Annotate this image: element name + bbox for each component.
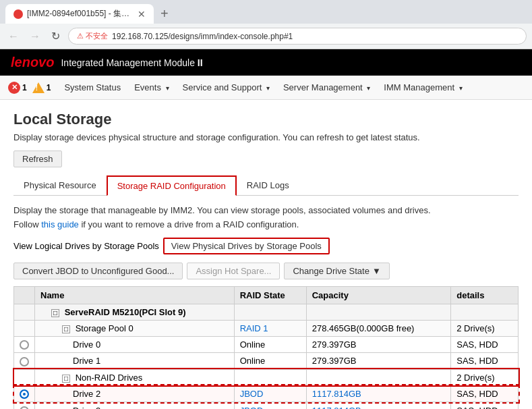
radio-cell[interactable]: [14, 402, 35, 409]
view-toggle: View Logical Drives by Storage Pools Vie…: [13, 238, 519, 254]
tab-bar-storage: Physical Resource Storage RAID Configura…: [13, 175, 519, 196]
page-title: Local Storage: [13, 111, 519, 128]
drive0-radio[interactable]: [20, 340, 29, 350]
controller-name: ServeRAID M5210(PCI Slot 9): [65, 307, 186, 317]
info-box: Display the storage that manageable by I…: [13, 204, 519, 232]
drive3-capacity: 1117.814GB: [306, 402, 451, 409]
drive0-details: SAS, HDD: [451, 336, 519, 353]
col-raid-state: RAID State: [234, 286, 306, 304]
nonraid-name: Non-RAID Drives: [76, 373, 143, 383]
expand-controller-icon[interactable]: □: [51, 309, 59, 317]
tab-storage-raid[interactable]: Storage RAID Configuration: [107, 175, 237, 196]
imm-title: Integrated Management Module II: [61, 57, 202, 68]
table-row: □ Storage Pool 0 RAID 1 278.465GB(0.000G…: [14, 320, 519, 336]
nav-menu: System Status Events ▾ Service and Suppo…: [56, 78, 470, 97]
radio-cell: [14, 320, 35, 336]
url-text: 192.168.70.125/designs/imm/index-console…: [112, 32, 293, 41]
controller-capacity: [306, 304, 451, 320]
drive3-radio[interactable]: [20, 406, 29, 409]
table-header-row: Name RAID State Capacity details: [14, 286, 519, 304]
drive2-radio[interactable]: [20, 389, 29, 399]
tab-physical-resource[interactable]: Physical Resource: [13, 175, 107, 196]
new-tab-button[interactable]: +: [156, 5, 173, 23]
col-details: details: [451, 286, 519, 304]
address-input[interactable]: ⚠ 不安全 192.168.70.125/designs/imm/index-c…: [68, 28, 527, 45]
nav-events[interactable]: Events ▾: [134, 78, 169, 97]
alert-bar: ✕ 1 1 System Status Events ▾ Service and…: [0, 76, 532, 100]
drive3-raid-state: JBOD: [234, 402, 306, 409]
back-button[interactable]: ←: [5, 29, 22, 44]
forward-button[interactable]: →: [27, 29, 43, 44]
radio-cell[interactable]: [14, 336, 35, 353]
radio-cell: [14, 304, 35, 320]
pool-name-cell: □ Storage Pool 0: [35, 320, 235, 336]
change-drive-state-label: Change Drive State: [293, 266, 369, 276]
table-row[interactable]: Drive 0 Online 279.397GB SAS, HDD: [14, 336, 519, 353]
drive1-capacity: 279.397GB: [306, 353, 451, 370]
main-content: Local Storage Display storage devices ph…: [0, 100, 532, 409]
view-logical-label: View Logical Drives by Storage Pools: [13, 241, 159, 251]
action-bar: Convert JBOD to Unconfigured Good... Ass…: [13, 263, 519, 279]
radio-cell[interactable]: [14, 385, 35, 402]
radio-cell[interactable]: [14, 353, 35, 370]
assign-hot-spare-button[interactable]: Assign Hot Spare...: [187, 263, 280, 279]
storage-table: Name RAID State Capacity details □ Serve…: [13, 286, 519, 409]
pool-name: Storage Pool 0: [76, 323, 134, 333]
pool-raid-state: RAID 1: [234, 320, 306, 336]
controller-details: [451, 304, 519, 320]
drive3-name: Drive 3: [73, 406, 100, 409]
tab-close-button[interactable]: ✕: [138, 9, 146, 20]
convert-jbod-button[interactable]: Convert JBOD to Unconfigured Good...: [13, 263, 183, 279]
drive2-raid-state: JBOD: [234, 385, 306, 402]
nonraid-details: 2 Drive(s): [451, 369, 519, 385]
change-drive-state-button[interactable]: Change Drive State ▼: [284, 263, 389, 279]
nav-imm-management[interactable]: IMM Management ▾: [384, 78, 462, 97]
tab-title: [IMM2-0894ef001b55] - 集成管理...: [27, 8, 134, 20]
error-icon: ✕: [8, 82, 20, 94]
nonraid-capacity: [306, 369, 451, 385]
controller-name-cell: □ ServeRAID M5210(PCI Slot 9): [35, 304, 235, 320]
controller-raid-state: [234, 304, 306, 320]
error-count: 1: [22, 83, 27, 92]
server-arrow: ▾: [367, 84, 370, 92]
table-row[interactable]: Drive 2 JBOD 1117.814GB SAS, HDD: [14, 385, 519, 402]
drive2-name: Drive 2: [73, 389, 100, 399]
nonraid-raid-state: [234, 369, 306, 385]
table-row: □ Non-RAID Drives 2 Drive(s): [14, 369, 519, 385]
drive0-name: Drive 0: [73, 339, 100, 350]
drive3-details: SAS, HDD: [451, 402, 519, 409]
col-name: Name: [35, 286, 235, 304]
drive2-capacity: 1117.814GB: [306, 385, 451, 402]
drive1-radio[interactable]: [20, 357, 29, 366]
tab-favicon: [13, 9, 23, 19]
tab-raid-logs[interactable]: RAID Logs: [237, 175, 299, 196]
warning-alert[interactable]: 1: [32, 82, 51, 93]
radio-cell: [14, 369, 35, 385]
expand-pool-icon[interactable]: □: [62, 325, 70, 333]
nav-server-management[interactable]: Server Management ▾: [283, 78, 370, 97]
refresh-button[interactable]: Refresh: [13, 151, 62, 167]
tab-bar: [IMM2-0894ef001b55] - 集成管理... ✕ +: [0, 0, 532, 24]
nav-service-support[interactable]: Service and Support ▾: [183, 78, 270, 97]
drive2-details: SAS, HDD: [451, 385, 519, 402]
info-line1: Display the storage that manageable by I…: [13, 205, 431, 215]
service-arrow: ▾: [266, 84, 270, 92]
col-capacity: Capacity: [306, 286, 451, 304]
guide-link[interactable]: this guide: [41, 219, 79, 229]
drive0-raid-state: Online: [234, 336, 306, 353]
nonraid-name-cell: □ Non-RAID Drives: [35, 369, 235, 385]
table-row[interactable]: Drive 3 JBOD 1117.814GB SAS, HDD: [14, 402, 519, 409]
nav-system-status[interactable]: System Status: [64, 78, 121, 97]
view-physical-button[interactable]: View Physical Drives by Storage Pools: [163, 238, 330, 254]
error-alert[interactable]: ✕ 1: [8, 82, 27, 94]
page-description: Display storage devices physical structu…: [13, 132, 519, 142]
drive1-name: Drive 1: [73, 356, 100, 366]
browser-tab[interactable]: [IMM2-0894ef001b55] - 集成管理... ✕: [5, 4, 154, 24]
drive1-raid-state: Online: [234, 353, 306, 370]
expand-nonraid-icon[interactable]: □: [62, 375, 70, 383]
events-arrow: ▾: [166, 84, 169, 92]
info-line2-prefix: Follow: [13, 219, 41, 229]
table-row[interactable]: Drive 1 Online 279.397GB SAS, HDD: [14, 353, 519, 370]
address-bar: ← → ↻ ⚠ 不安全 192.168.70.125/designs/imm/i…: [0, 24, 532, 49]
reload-button[interactable]: ↻: [49, 28, 63, 44]
